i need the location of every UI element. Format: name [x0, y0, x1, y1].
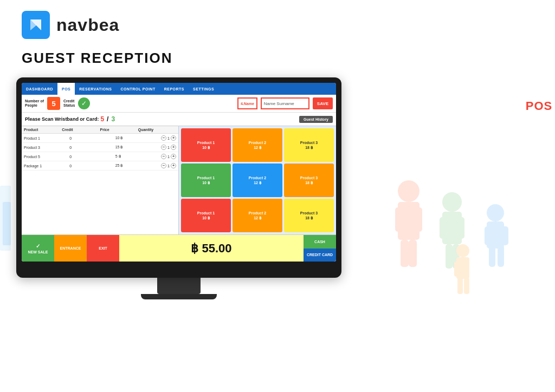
product-grid-row: Product 110 ฿ Product 212 ฿ Product 318 … [181, 128, 334, 162]
svg-rect-6 [401, 240, 409, 267]
product-btn-1-3[interactable]: Product 318 ฿ [284, 128, 334, 162]
right-section: POS SCREEN [341, 77, 539, 299]
credit-status-icon: ✓ [78, 97, 90, 109]
entrance-button[interactable]: ENTRANCE [54, 235, 87, 262]
product-btn-1-2[interactable]: Product 212 ฿ [233, 128, 282, 162]
pos-screen-label-text: POS SCREEN [526, 99, 555, 113]
guest-history-button[interactable]: Guest History [299, 116, 333, 123]
decorative-left [0, 186, 16, 272]
pos-body: Product Credit Price Quantity Product 1 … [22, 126, 336, 234]
product-btn-2-2[interactable]: Product 212 ฿ [233, 164, 282, 197]
qty-plus[interactable]: + [171, 154, 176, 159]
svg-rect-17 [502, 226, 508, 245]
pos-table: Product Credit Price Quantity Product 1 … [22, 126, 179, 234]
product-grid-row: Product 110 ฿ Product 212 ฿ Product 318 … [181, 164, 334, 197]
qty-value: 1 [167, 146, 170, 149]
row-credit: 0 [69, 155, 115, 159]
monitor-stand [157, 278, 201, 294]
col-credit: Credit [62, 128, 100, 132]
table-row: Package 1 0 25 ฿ − 1 + [22, 161, 178, 171]
row-price: 15 ฿ [115, 145, 161, 149]
new-sale-button[interactable]: ✓ NEW SALE [22, 235, 54, 262]
page-title-section: GUEST RECEPTION [0, 44, 555, 77]
col-quantity: Quantity [138, 128, 176, 132]
total-area: ฿ 55.00 [119, 235, 304, 262]
nav-control-point[interactable]: CONTROL POINT [116, 83, 159, 95]
credit-card-button[interactable]: CREDIT CARD [304, 249, 336, 262]
qty-plus[interactable]: + [171, 135, 176, 141]
header: navbea [0, 0, 555, 44]
check-icon: ✓ [36, 243, 40, 249]
svg-rect-7 [409, 240, 417, 267]
qty-value: 1 [167, 136, 170, 140]
product-btn-3-2[interactable]: Product 212 ฿ [233, 199, 282, 232]
qty-plus[interactable]: + [171, 145, 176, 150]
col-product: Product [24, 128, 62, 132]
qty-plus[interactable]: + [171, 163, 176, 168]
logo-box [22, 11, 50, 39]
row-product: Product 3 [24, 146, 69, 149]
svg-rect-19 [498, 245, 504, 267]
qty-minus[interactable]: − [161, 145, 166, 150]
row-product: Package 1 [24, 164, 69, 168]
total-value: ฿ 55.00 [191, 241, 231, 256]
pos-topbar: Number ofPeople 5 CreditStatus ✓ 4.Name … [22, 95, 336, 113]
product-btn-2-3[interactable]: Product 318 ฿ [284, 164, 334, 197]
qty-ctrl: − 1 + [161, 163, 176, 168]
nav-reservations[interactable]: RESERVATIONS [75, 83, 116, 95]
qty-ctrl: − 1 + [161, 154, 176, 159]
product-btn-2-1[interactable]: Product 110 ฿ [181, 164, 231, 197]
people-count: 5 [47, 97, 60, 110]
pos-scanbar: Please Scan Wristband or Card: 5 / 3 Gue… [22, 113, 336, 126]
svg-rect-18 [489, 245, 495, 267]
qty-ctrl: − 1 + [161, 135, 176, 141]
svg-rect-11 [458, 217, 464, 239]
cash-button[interactable]: CASH [304, 235, 336, 249]
product-btn-3-3[interactable]: Product 318 ฿ [284, 199, 334, 232]
payment-buttons: CASH CREDIT CARD [304, 235, 336, 262]
svg-rect-12 [446, 244, 453, 269]
product-grid-row: Product 110 ฿ Product 212 ฿ Product 318 … [181, 199, 334, 232]
qty-minus[interactable]: − [161, 135, 166, 141]
pos-product-grid: Product 110 ฿ Product 212 ฿ Product 318 … [179, 126, 336, 234]
page-title: GUEST RECEPTION [22, 50, 533, 67]
row-price: 25 ฿ [115, 164, 161, 168]
monitor-wrapper: DASHBOARD POS RESERVATIONS CONTROL POINT… [16, 77, 341, 299]
svg-point-2 [398, 180, 420, 202]
entrance-label: ENTRANCE [60, 246, 81, 250]
nav-reports[interactable]: REPORTS [160, 83, 189, 95]
svg-point-20 [456, 244, 469, 257]
qty-minus[interactable]: − [161, 163, 166, 168]
nav-settings[interactable]: SETTINGS [189, 83, 218, 95]
background-illustration [365, 159, 528, 299]
scan-current: 5 [100, 115, 104, 123]
scan-text: Please Scan Wristband or Card: [25, 116, 99, 122]
svg-rect-25 [464, 278, 469, 294]
qty-minus[interactable]: − [161, 154, 166, 159]
pos-screen-label: POS SCREEN [526, 99, 555, 113]
exit-button[interactable]: EXIT [87, 235, 119, 262]
qty-ctrl: − 1 + [161, 145, 176, 150]
qty-value: 1 [167, 164, 170, 168]
svg-point-8 [442, 192, 462, 212]
product-btn-3-1[interactable]: Product 110 ฿ [181, 199, 231, 232]
svg-rect-23 [464, 262, 469, 277]
scan-total: 3 [111, 115, 115, 123]
row-credit: 0 [69, 146, 115, 149]
name-label: 4.Name [237, 97, 257, 109]
product-btn-1-1[interactable]: Product 110 ฿ [181, 128, 231, 162]
scan-slash: / [107, 115, 108, 123]
row-price: 5 ฿ [115, 154, 161, 159]
row-product: Product 1 [24, 136, 69, 140]
nav-dashboard[interactable]: DASHBOARD [22, 83, 57, 95]
svg-rect-24 [457, 278, 463, 294]
brand-name: navbea [56, 15, 119, 35]
row-price: 10 ฿ [115, 136, 161, 140]
monitor-outer: DASHBOARD POS RESERVATIONS CONTROL POINT… [16, 77, 341, 278]
col-price: Price [100, 128, 138, 132]
save-button[interactable]: SAVE [313, 97, 333, 109]
exit-label: EXIT [99, 246, 107, 250]
name-input[interactable] [261, 97, 309, 109]
nav-pos[interactable]: POS [57, 83, 75, 95]
pos-bottombar: ✓ NEW SALE ENTRANCE EXIT ฿ 55.00 CASH CR [22, 234, 336, 262]
